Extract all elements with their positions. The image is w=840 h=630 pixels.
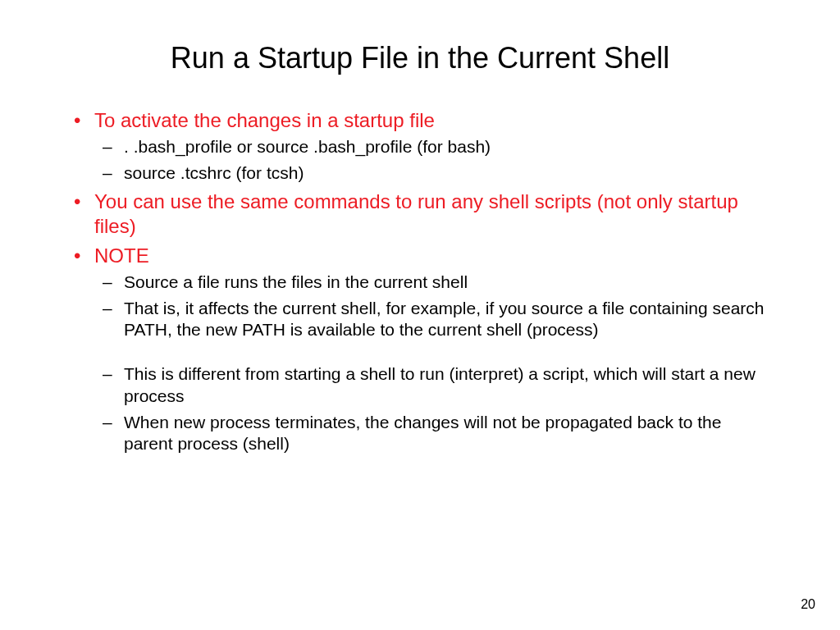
sub-item: This is different from starting a shell … xyxy=(94,363,774,407)
sub-item: source .tcshrc (for tcsh) xyxy=(94,162,774,184)
vertical-gap xyxy=(94,345,774,360)
bullet-item: To activate the changes in a startup fil… xyxy=(66,108,774,185)
bullet-text: You can use the same commands to run any… xyxy=(94,190,738,237)
bullet-item: NOTE Source a file runs the files in the… xyxy=(66,244,774,455)
page-number: 20 xyxy=(801,597,815,612)
sub-item: Source a file runs the files in the curr… xyxy=(94,272,774,293)
sub-item: . .bash_profile or source .bash_profile … xyxy=(94,136,774,158)
bullet-text: To activate the changes in a startup fil… xyxy=(94,109,435,131)
slide-title: Run a Startup File in the Current Shell xyxy=(66,41,774,75)
bullet-item: You can use the same commands to run any… xyxy=(66,189,774,239)
bullet-list: To activate the changes in a startup fil… xyxy=(66,108,774,454)
sub-list: . .bash_profile or source .bash_profile … xyxy=(94,136,774,185)
sub-item: When new process terminates, the changes… xyxy=(94,412,774,455)
sub-list: Source a file runs the files in the curr… xyxy=(94,272,774,341)
bullet-text: NOTE xyxy=(94,244,149,267)
slide: Run a Startup File in the Current Shell … xyxy=(0,0,840,484)
sub-item: That is, it affects the current shell, f… xyxy=(94,298,774,341)
sub-list: This is different from starting a shell … xyxy=(94,363,774,454)
